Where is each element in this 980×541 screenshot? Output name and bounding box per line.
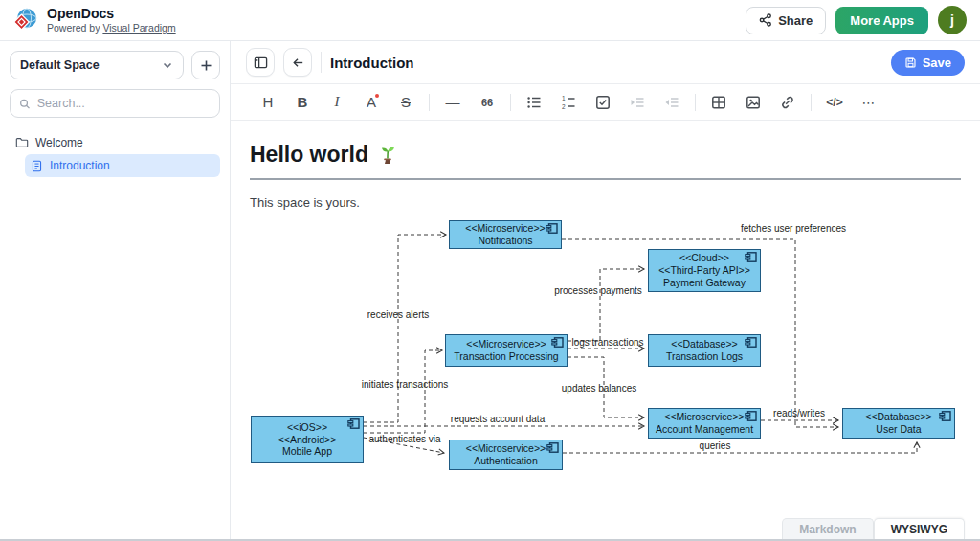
bullet-list-button[interactable] [520,89,548,116]
search-box [10,89,220,118]
text-color-button[interactable]: A [357,89,386,116]
sidebar-item-welcome[interactable]: Welcome [10,131,220,154]
diagram-node-transaction-processing: <<Microservice>> Transaction Processing [445,334,568,367]
diagram-node-user-data: <<Database>> User Data [842,408,955,439]
chevron-down-icon [162,59,173,71]
sidebar-item-label: Introduction [50,159,110,172]
uml-component-icon [546,223,558,237]
tab-wysiwyg[interactable]: WYSIWYG [874,518,965,539]
more-tools-button[interactable]: ⋯ [855,89,883,116]
uml-component-icon [745,411,757,424]
svg-text:2: 2 [562,102,566,109]
indent-icon [630,95,645,110]
image-button[interactable] [739,89,768,116]
bullet-list-icon [526,95,542,110]
svg-text:receives alerts: receives alerts [368,309,429,320]
blockquote-button[interactable]: 66 [473,89,501,116]
app-header: OpenDocs Powered by Visual Paradigm Shar… [0,0,980,41]
editor-content[interactable]: Hello world This space is yours. [231,121,980,539]
sidebar-item-label: Welcome [35,136,83,149]
svg-text:updates balances: updates balances [562,383,636,394]
uml-component-icon [939,411,951,424]
visual-paradigm-logo-icon [13,7,39,33]
uml-component-icon [551,337,564,350]
toolbar-divider [429,94,430,111]
diagram-node-authentication: <<Microservice>> Authentication [449,440,563,470]
toggle-sidebar-button[interactable] [246,48,275,77]
visual-paradigm-link[interactable]: Visual Paradigm [102,22,175,34]
uml-component-icon [745,337,757,350]
search-icon [19,98,31,110]
edge-receives-alerts [364,235,446,422]
divider [321,52,322,73]
outdent-button[interactable] [657,89,686,116]
plus-icon [200,59,212,72]
diagram-node-account-management: <<Microservice>> Account Management [648,408,761,439]
save-button[interactable]: Save [891,50,965,76]
back-arrow-icon [291,56,305,70]
svg-text:1: 1 [562,95,566,101]
svg-text:requests account data: requests account data [451,414,546,424]
bold-button[interactable]: B [288,89,317,116]
save-label: Save [923,56,951,70]
checkbox-icon [595,95,611,110]
code-button[interactable]: </> [820,89,849,116]
svg-text:fetches user preferences: fetches user preferences [741,223,846,234]
table-button[interactable] [704,89,733,116]
svg-text:authenticates via: authenticates via [368,434,440,444]
folder-icon [15,136,29,149]
doc-header: Introduction Save [231,41,980,84]
link-button[interactable] [773,89,802,116]
svg-text:queries: queries [700,440,731,451]
formatting-toolbar: H B I A S — 66 1 2 [231,84,980,121]
strikethrough-button[interactable]: S [391,89,420,116]
diagram-node-transaction-logs: <<Database>> Transaction Logs [648,334,761,367]
horizontal-rule-button[interactable]: — [438,89,467,116]
svg-text:reads/writes: reads/writes [773,408,825,418]
heading-underline [250,178,961,180]
italic-button[interactable]: I [323,89,351,116]
svg-text:initiates transactions: initiates transactions [362,379,449,390]
ordered-list-icon: 1 2 [561,95,576,110]
uml-component-icon [347,418,360,432]
sidebar: Default Space Welcome [0,41,231,539]
tab-markdown[interactable]: Markdown [782,518,873,539]
svg-text:processes payments: processes payments [554,285,642,296]
outdent-icon [664,95,679,110]
diagram-node-payment-gateway: <<Cloud>> <<Third-Party API>> Payment Ga… [648,249,761,292]
sidebar-item-introduction[interactable]: Introduction [25,154,220,177]
space-selector-value: Default Space [20,58,100,72]
indent-button[interactable] [623,89,652,116]
link-icon [780,95,795,110]
uml-component-icon [546,442,559,456]
save-icon [904,56,917,69]
ordered-list-button[interactable]: 1 2 [554,89,583,116]
toolbar-divider [695,94,696,111]
user-avatar[interactable]: j [938,6,967,34]
uml-component-diagram[interactable]: fetches user preferences processes payme… [250,214,963,493]
back-button[interactable] [283,48,312,77]
search-input[interactable] [37,97,211,110]
add-page-button[interactable] [191,51,220,79]
space-selector[interactable]: Default Space [10,51,184,79]
document-icon [31,160,43,172]
editor-mode-tabs: Markdown WYSIWYG [782,518,965,539]
image-icon [746,95,761,110]
seedling-emoji [376,144,399,167]
table-icon [711,95,726,110]
task-list-button[interactable] [589,89,617,116]
powered-by: Powered by Visual Paradigm [47,22,176,34]
document-heading: Hello world [250,142,961,168]
body-text: This space is yours. [250,195,961,210]
svg-text:logs transactions: logs transactions [571,337,643,348]
diagram-node-notifications: <<Microservice>> Notifications [449,220,562,249]
diagram-node-mobile-app: <<iOS>> <<Android>> Mobile App [251,416,364,463]
heading-button[interactable]: H [254,89,282,116]
edge-processes-payments [568,269,644,341]
red-dot [375,94,379,98]
share-button[interactable]: Share [746,7,826,34]
more-apps-button[interactable]: More Apps [835,7,928,34]
edge-queries [563,442,917,453]
page-title: Introduction [330,55,413,71]
toolbar-divider [510,94,511,111]
